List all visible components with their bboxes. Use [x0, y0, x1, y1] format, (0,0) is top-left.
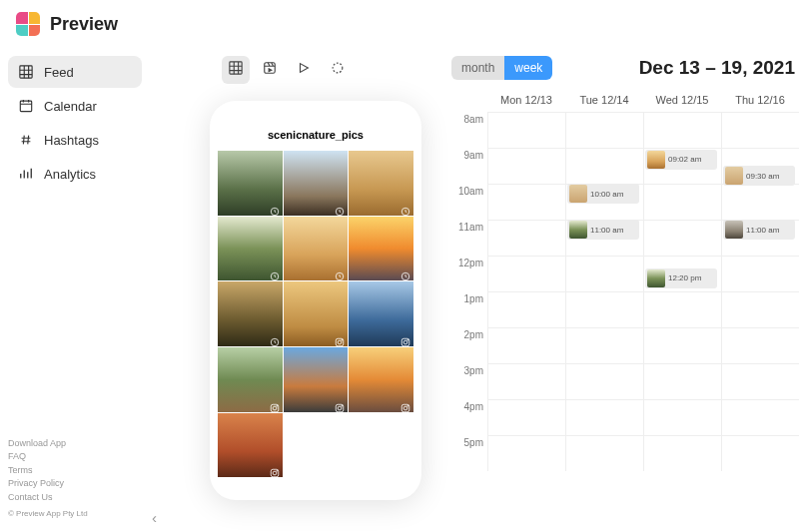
svg-point-23: [342, 405, 343, 406]
reels-view-button[interactable]: [256, 56, 284, 84]
svg-point-20: [276, 405, 277, 406]
app-logo: [16, 12, 40, 36]
sidebar-item-analytics[interactable]: Analytics: [8, 158, 142, 190]
event-thumb: [725, 167, 743, 185]
calendar-range-title: Dec 13 – 19, 2021: [639, 57, 799, 79]
feed-thumb[interactable]: [284, 217, 349, 281]
hour-label: 5pm: [451, 435, 487, 471]
refresh-icon: [331, 61, 345, 79]
refresh-button[interactable]: [324, 56, 352, 84]
day-column: [565, 112, 643, 471]
hour-label: 3pm: [451, 363, 487, 399]
play-icon: [297, 61, 311, 79]
clock-icon: [270, 333, 280, 343]
calendar-event[interactable]: 09:02 am: [645, 150, 717, 170]
ig-icon: [400, 333, 410, 343]
svg-rect-1: [20, 101, 31, 112]
profile-username: scenicnature_pics: [218, 129, 413, 141]
day-column: [487, 112, 565, 471]
svg-point-26: [407, 405, 408, 406]
clock-icon: [335, 203, 345, 213]
feed-thumb[interactable]: [349, 217, 413, 281]
ig-icon: [400, 399, 410, 409]
hour-label: 1pm: [451, 291, 487, 327]
event-time: 11:00 am: [590, 226, 623, 235]
svg-point-14: [342, 339, 343, 340]
event-thumb: [569, 185, 587, 203]
svg-point-22: [338, 406, 342, 410]
sidebar-item-feed[interactable]: Feed: [8, 56, 142, 88]
sidebar-item-label: Feed: [44, 65, 74, 80]
svg-point-25: [403, 406, 407, 410]
clock-icon: [270, 267, 280, 277]
ig-icon: [335, 399, 345, 409]
video-view-button[interactable]: [290, 56, 318, 84]
footer-link[interactable]: Privacy Policy: [8, 477, 142, 491]
event-thumb: [647, 269, 665, 287]
hour-label: 9am: [451, 148, 487, 184]
footer-link[interactable]: Contact Us: [8, 491, 142, 505]
svg-rect-2: [230, 62, 242, 74]
day-header: Mon 12/13: [487, 94, 565, 112]
event-thumb: [569, 221, 587, 239]
sidebar-item-label: Calendar: [44, 99, 97, 114]
feed-thumb[interactable]: [284, 281, 349, 346]
hour-label: 11am: [451, 220, 487, 256]
calendar-event[interactable]: 12:20 pm: [645, 268, 717, 288]
event-time: 12:20 pm: [668, 273, 701, 282]
calendar-event[interactable]: 09:30 am: [723, 166, 795, 186]
feed-thumb[interactable]: [218, 413, 283, 478]
event-time: 09:30 am: [746, 172, 779, 181]
grid-view-button[interactable]: [222, 56, 250, 84]
feed-thumb[interactable]: [218, 151, 283, 216]
hour-label: 4pm: [451, 399, 487, 435]
ig-icon: [335, 333, 345, 343]
sidebar-item-label: Hashtags: [44, 133, 99, 148]
svg-point-19: [273, 406, 277, 410]
day-header: Wed 12/15: [643, 94, 721, 112]
event-thumb: [725, 221, 743, 239]
hour-label: 8am: [451, 112, 487, 148]
ig-icon: [270, 399, 280, 409]
event-thumb: [647, 151, 665, 169]
feed-thumb[interactable]: [284, 347, 349, 412]
svg-point-29: [276, 471, 277, 472]
event-time: 09:02 am: [668, 155, 701, 164]
feed-thumb[interactable]: [218, 347, 283, 412]
ig-icon: [270, 464, 280, 474]
hour-label: 12pm: [451, 256, 487, 291]
feed-thumb[interactable]: [218, 281, 283, 346]
footer-link[interactable]: FAQ: [8, 450, 142, 464]
week-view-button[interactable]: week: [504, 56, 552, 80]
footer-link[interactable]: Download App: [8, 437, 142, 451]
feed-thumb[interactable]: [349, 151, 413, 216]
sidebar-item-hashtags[interactable]: Hashtags: [8, 124, 142, 156]
feed-thumb[interactable]: [284, 151, 349, 216]
event-time: 10:00 am: [590, 190, 623, 199]
grid-icon: [18, 64, 34, 80]
svg-point-28: [273, 471, 277, 475]
sidebar-item-label: Analytics: [44, 167, 96, 182]
svg-point-4: [333, 63, 343, 73]
svg-point-16: [403, 340, 407, 344]
event-time: 11:00 am: [746, 226, 779, 235]
calendar-icon: [18, 98, 34, 114]
month-view-button[interactable]: month: [451, 56, 504, 80]
app-title: Preview: [50, 14, 118, 35]
sidebar-item-calendar[interactable]: Calendar: [8, 90, 142, 122]
feed-thumb[interactable]: [218, 217, 283, 281]
calendar-event[interactable]: 10:00 am: [567, 184, 639, 204]
day-header: Tue 12/14: [565, 94, 643, 112]
feed-thumb[interactable]: [349, 281, 413, 346]
feed-thumb[interactable]: [349, 347, 413, 412]
clock-icon: [400, 203, 410, 213]
calendar-event[interactable]: 11:00 am: [567, 220, 639, 240]
hash-icon: [18, 132, 34, 148]
svg-point-13: [338, 340, 342, 344]
copyright: © Preview App Pty Ltd: [8, 508, 142, 520]
calendar-event[interactable]: 11:00 am: [723, 220, 795, 240]
clock-icon: [335, 267, 345, 277]
day-header: Thu 12/16: [721, 94, 799, 112]
footer-link[interactable]: Terms: [8, 464, 142, 478]
svg-rect-0: [20, 66, 32, 78]
